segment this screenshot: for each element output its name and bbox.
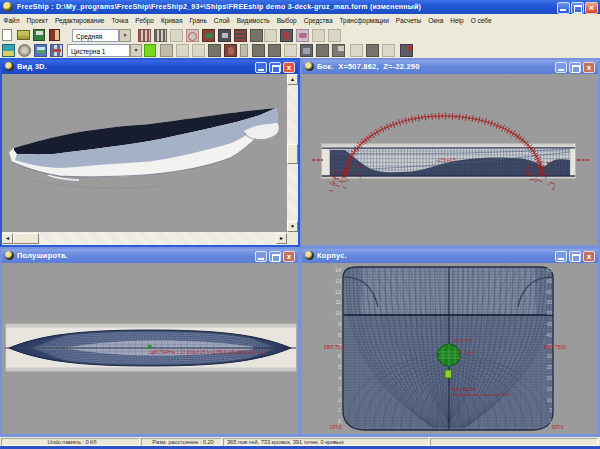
svg-text:13: 13 (335, 278, 341, 284)
svg-text:ОП 0: ОП 0 (330, 424, 342, 430)
svg-text:65: 65 (546, 278, 552, 284)
svg-text:30: 30 (546, 353, 552, 359)
svg-text:70: 70 (546, 267, 552, 273)
svg-text:11: 11 (335, 299, 341, 305)
svg-text:40: 40 (546, 332, 552, 338)
svg-text:9: 9 (338, 321, 341, 327)
svg-text:10: 10 (335, 310, 341, 316)
svg-text:8: 8 (338, 332, 341, 338)
svg-text:перемещение начальное 0.00: перемещение начальное 0.00 (452, 392, 511, 397)
svg-text:12: 12 (335, 289, 341, 295)
svg-text:50: 50 (546, 310, 552, 316)
svg-text:55: 55 (546, 299, 552, 305)
svg-text:ЦТ -84.0: ЦТ -84.0 (457, 350, 475, 355)
svg-text:3: 3 (338, 386, 341, 392)
svg-text:КВЛ 75.0: КВЛ 75.0 (324, 344, 345, 350)
svg-text:4: 4 (338, 375, 341, 381)
svg-text:15: 15 (546, 386, 552, 392)
svg-text:КВЛ 7500: КВЛ 7500 (544, 344, 566, 350)
svg-text:20: 20 (546, 375, 552, 381)
svg-text:10: 10 (546, 397, 552, 403)
svg-text:14: 14 (335, 267, 341, 273)
svg-text:≈2.5т+0.5: ≈2.5т+0.5 (436, 158, 456, 163)
svg-text:25: 25 (546, 364, 552, 370)
svg-text:60: 60 (546, 289, 552, 295)
svg-text:5: 5 (338, 364, 341, 370)
svg-text:ЦИСТЕРНА 1 13.000x8.25 V=1289.: ЦИСТЕРНА 1 13.000x8.25 V=1289.6 ЦТ(-84.0… (150, 350, 266, 355)
svg-text:КВЛ 4.08: КВЛ 4.08 (454, 338, 473, 343)
svg-text:1: 1 (338, 407, 341, 413)
svg-text:45: 45 (546, 321, 552, 327)
svg-text:ОП 0: ОП 0 (552, 424, 564, 430)
svg-text:2: 2 (338, 397, 341, 403)
svg-text:5: 5 (549, 407, 552, 413)
svg-text:6: 6 (338, 353, 341, 359)
